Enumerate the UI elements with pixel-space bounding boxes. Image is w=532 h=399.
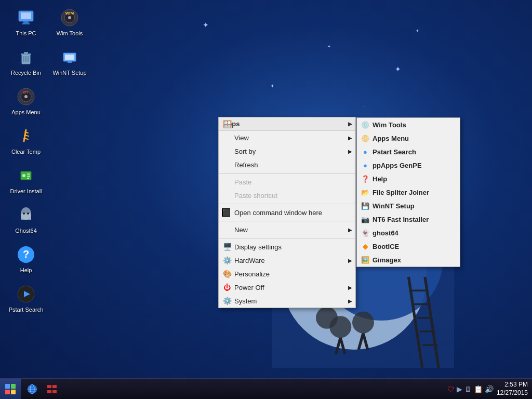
cmd-here-icon: ⬛ [222, 208, 230, 217]
menu-sep-4 [219, 238, 355, 238]
context-menu-cmd-label: Open command window here [234, 209, 322, 217]
context-menu-paste-label: Paste [234, 178, 251, 186]
svg-rect-58 [11, 390, 16, 394]
apps-menu-icon: MY [16, 86, 36, 107]
apps-submenu: 💿 Wim Tools 📀 Apps Menu ● Pstart Search … [356, 117, 460, 267]
submenu-nt6-installer[interactable]: 📷 NT6 Fast Installer [357, 212, 460, 226]
submenu-pstart-search[interactable]: ● Pstart Search [357, 145, 460, 158]
star-1: ✦ [203, 21, 209, 29]
ghost64-label: Ghost64 [15, 228, 37, 234]
context-menu-power-off[interactable]: ⏻ Power Off ▶ [219, 281, 355, 294]
svg-rect-19 [23, 21, 29, 23]
desktop-icon-this-pc[interactable]: This PC [5, 5, 47, 38]
svg-rect-18 [21, 12, 31, 19]
tray-clipboard-icon[interactable]: 📋 [474, 385, 483, 393]
submenu-gimagex[interactable]: 🖼️ Gimagex [357, 253, 460, 267]
context-menu-hardware[interactable]: ⚙️ HardWare ▶ [219, 254, 355, 267]
context-menu-refresh[interactable]: Refresh [219, 158, 355, 171]
submenu-gimagex-label: Gimagex [373, 256, 401, 264]
personalize-icon: 🎨 [222, 269, 232, 279]
desktop-icon-recycle-bin[interactable]: Recycle Bin [5, 45, 47, 78]
submenu-winnt-setup[interactable]: 💾 WinNT Setup [357, 199, 460, 212]
svg-rect-45 [27, 176, 30, 177]
desktop-icon-wim-tools[interactable]: WIM Wim Tools [49, 5, 90, 38]
context-menu-power-label: Power Off [234, 284, 264, 291]
tray-display-icon[interactable]: 🖥 [464, 385, 472, 393]
hardware-arrow-icon: ▶ [348, 258, 352, 263]
submenu-help[interactable]: ❓ Help [357, 172, 460, 185]
submenu-bootice[interactable]: ◆ BootICE [357, 240, 460, 253]
help-icon: ? [16, 244, 36, 265]
recycle-bin-icon [16, 47, 36, 68]
context-menu-sort-by[interactable]: Sort by ▶ [219, 144, 355, 158]
view-arrow-icon: ▶ [348, 135, 352, 141]
submenu-ppapps-genpe[interactable]: ● ppApps GenPE [357, 158, 460, 172]
svg-rect-65 [52, 385, 57, 388]
tools-icon [46, 383, 58, 395]
star-6: · [364, 104, 365, 109]
desktop-icon-help[interactable]: ? Help [5, 242, 47, 275]
submenu-nt6-label: NT6 Fast Installer [373, 216, 429, 223]
svg-rect-44 [27, 174, 30, 175]
context-menu-new[interactable]: New ▶ [219, 223, 355, 236]
tray-antivirus-icon[interactable]: 🛡 [447, 385, 455, 393]
submenu-ghost64-label: ghost64 [373, 229, 398, 237]
submenu-winnt-label: WinNT Setup [373, 202, 415, 210]
submenu-wim-tools-icon: 💿 [360, 119, 370, 130]
submenu-file-splitter[interactable]: 📂 File Spliter Joiner [357, 185, 460, 199]
svg-rect-55 [5, 384, 10, 389]
desktop-icon-driver-install[interactable]: Driver Install [5, 163, 47, 196]
menu-sep-3 [219, 221, 355, 221]
taskbar-clock[interactable]: 2:53 PM 12/27/2015 [497, 381, 528, 397]
context-menu: 🪟 Apps ▶ 💿 Wim Tools 📀 Apps Menu ● Pstar… [218, 117, 356, 308]
context-menu-view[interactable]: View ▶ [219, 131, 355, 144]
svg-text:?: ? [23, 248, 29, 260]
desktop-icon-ghost64[interactable]: Ghost64 [5, 203, 47, 236]
desktop-icon-apps-menu[interactable]: MY Apps Menu [5, 84, 47, 117]
tray-volume-icon[interactable]: 🔊 [485, 385, 494, 393]
apps-menu-item-icon: 🪟 [222, 119, 232, 129]
submenu-apps-menu-label: Apps Menu [373, 135, 409, 142]
help-label: Help [20, 267, 32, 273]
taskbar-quick-launch [21, 380, 63, 398]
context-menu-view-label: View [234, 134, 249, 142]
this-pc-label: This PC [16, 30, 36, 36]
tray-media-icon[interactable]: ▶ [457, 385, 462, 393]
system-tray-icons: 🛡 ▶ 🖥 📋 🔊 [447, 385, 494, 393]
submenu-ppapps-icon: ● [360, 160, 370, 170]
submenu-apps-menu[interactable]: 📀 Apps Menu [357, 131, 460, 145]
sort-arrow-icon: ▶ [348, 149, 352, 154]
svg-point-43 [22, 174, 25, 177]
clock-time: 2:53 PM [497, 381, 528, 389]
context-menu-paste-shortcut[interactable]: Paste shortcut [219, 189, 355, 202]
context-menu-apps[interactable]: 🪟 Apps ▶ 💿 Wim Tools 📀 Apps Menu ● Pstar… [219, 117, 355, 131]
taskbar-ie-icon[interactable] [23, 380, 42, 398]
desktop-icon-pstart-search[interactable]: Pstart Search [5, 282, 47, 315]
this-pc-icon [16, 7, 36, 28]
submenu-help-icon: ❓ [360, 174, 370, 184]
submenu-gimagex-icon: 🖼️ [360, 255, 370, 265]
desktop-icon-clear-temp[interactable]: Clear Temp [5, 124, 47, 157]
svg-rect-46 [27, 178, 29, 179]
star-3: ✦ [327, 44, 331, 49]
taskbar-right: 🛡 ▶ 🖥 📋 🔊 2:53 PM 12/27/2015 [447, 381, 532, 397]
context-menu-system[interactable]: ⚙️ System ▶ [219, 294, 355, 308]
svg-rect-57 [5, 390, 10, 394]
context-menu-system-label: System [234, 297, 257, 305]
svg-point-23 [68, 16, 71, 19]
context-menu-personalize[interactable]: 🎨 Personalize [219, 267, 355, 281]
desktop-icon-winnt-setup[interactable]: WinNT Setup [49, 45, 90, 78]
context-menu-cmd-here[interactable]: ⬛ Open command window here [219, 206, 355, 219]
svg-rect-64 [47, 385, 51, 388]
wim-tools-label: Wim Tools [57, 30, 83, 36]
submenu-ghost64[interactable]: 👻 ghost64 [357, 226, 460, 240]
submenu-winnt-icon: 💾 [360, 201, 370, 211]
context-menu-display-settings[interactable]: 🖥️ Display settings [219, 240, 355, 254]
taskbar-tools-icon[interactable] [43, 380, 61, 398]
context-menu-new-label: New [234, 226, 248, 234]
submenu-wim-tools[interactable]: 💿 Wim Tools [357, 118, 460, 131]
desktop: ✦ ✦ ✦ ✦ ✦ · [0, 0, 532, 399]
start-button[interactable] [0, 379, 21, 400]
context-menu-paste-shortcut-label: Paste shortcut [234, 192, 277, 200]
context-menu-paste[interactable]: Paste [219, 175, 355, 189]
